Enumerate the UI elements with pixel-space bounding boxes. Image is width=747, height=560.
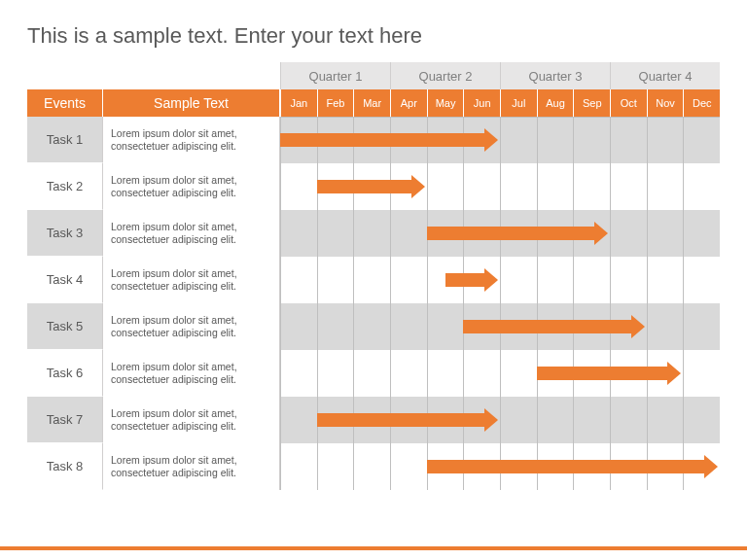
task-name: Task 5	[27, 303, 103, 350]
month-cell: Mar	[353, 89, 390, 117]
timeline-cell	[353, 257, 390, 303]
timeline-cell	[647, 397, 684, 443]
gantt-bar	[427, 460, 706, 473]
timeline-cell	[610, 257, 647, 303]
task-name: Task 2	[27, 163, 103, 210]
timeline-cell	[390, 257, 427, 303]
timeline-cell	[537, 163, 574, 210]
task-desc: Lorem ipsum dolor sit amet, consectetuer…	[103, 443, 280, 490]
quarter-cell: Quarter 2	[390, 62, 500, 89]
timeline-cell	[317, 350, 354, 397]
timeline-cell	[537, 117, 574, 163]
timeline-cell	[647, 117, 684, 163]
timeline-cell	[647, 163, 684, 210]
gantt-bar	[317, 413, 486, 427]
table-row: Task 3Lorem ipsum dolor sit amet, consec…	[27, 210, 720, 257]
table-row: Task 5Lorem ipsum dolor sit amet, consec…	[27, 303, 720, 350]
task-desc: Lorem ipsum dolor sit amet, consectetuer…	[103, 257, 280, 303]
timeline-cell	[463, 163, 500, 210]
table-row: Task 6Lorem ipsum dolor sit amet, consec…	[27, 350, 720, 397]
timeline-cell	[280, 443, 317, 490]
timeline-cell	[280, 210, 317, 257]
timeline-cell	[610, 117, 647, 163]
gantt-chart: Quarter 1Quarter 2Quarter 3Quarter 4 Eve…	[27, 62, 720, 490]
timeline-cell	[647, 303, 684, 350]
timeline-cell	[427, 163, 464, 210]
timeline-cell	[353, 350, 390, 397]
gantt-bar	[317, 180, 413, 193]
month-cell: Jun	[463, 89, 500, 117]
timeline-cell	[317, 303, 354, 350]
quarter-cells: Quarter 1Quarter 2Quarter 3Quarter 4	[280, 62, 720, 89]
timeline-cell	[610, 397, 647, 443]
table-row: Task 4Lorem ipsum dolor sit amet, consec…	[27, 257, 720, 303]
timeline-cell	[280, 257, 317, 303]
month-cell: Jan	[280, 89, 317, 117]
gantt-bar	[445, 273, 487, 287]
month-cell: Nov	[647, 89, 684, 117]
month-cell: Jul	[500, 89, 537, 117]
timeline-cell	[573, 163, 610, 210]
timeline-cell	[683, 397, 720, 443]
timeline-cell	[353, 210, 390, 257]
gantt-bar	[537, 367, 670, 380]
task-timeline	[280, 210, 720, 257]
task-desc: Lorem ipsum dolor sit amet, consectetuer…	[103, 350, 280, 397]
task-desc: Lorem ipsum dolor sit amet, consectetuer…	[103, 210, 280, 257]
timeline-cell	[610, 163, 647, 210]
footer-accent-bar	[0, 546, 747, 550]
timeline-cell	[647, 210, 684, 257]
task-name: Task 4	[27, 257, 103, 303]
timeline-cell	[647, 257, 684, 303]
quarter-cell: Quarter 3	[500, 62, 610, 89]
task-desc: Lorem ipsum dolor sit amet, consectetuer…	[103, 163, 280, 210]
timeline-cell	[317, 257, 354, 303]
timeline-cell	[573, 397, 610, 443]
task-desc: Lorem ipsum dolor sit amet, consectetuer…	[103, 397, 280, 443]
task-timeline	[280, 350, 720, 397]
task-timeline	[280, 257, 720, 303]
timeline-cell	[280, 163, 317, 210]
timeline-cell	[683, 210, 720, 257]
month-cell: Oct	[610, 89, 647, 117]
timeline-cell	[500, 163, 537, 210]
task-name: Task 3	[27, 210, 103, 257]
quarter-header-row: Quarter 1Quarter 2Quarter 3Quarter 4	[27, 62, 720, 89]
timeline-cell	[317, 210, 354, 257]
timeline-cell	[683, 350, 720, 397]
timeline-cell	[390, 443, 427, 490]
timeline-cell	[683, 117, 720, 163]
table-row: Task 7Lorem ipsum dolor sit amet, consec…	[27, 397, 720, 443]
timeline-cell	[390, 303, 427, 350]
timeline-cell	[683, 303, 720, 350]
gantt-bar	[463, 320, 632, 333]
timeline-cell	[280, 397, 317, 443]
task-timeline	[280, 303, 720, 350]
month-cells: JanFebMarAprMayJunJulAugSepOctNovDec	[280, 89, 720, 117]
task-name: Task 1	[27, 117, 103, 163]
table-row: Task 8Lorem ipsum dolor sit amet, consec…	[27, 443, 720, 490]
task-name: Task 7	[27, 397, 103, 443]
timeline-cell	[390, 210, 427, 257]
timeline-cell	[500, 350, 537, 397]
header-spacer	[27, 62, 280, 89]
timeline-cell	[353, 443, 390, 490]
table-row: Task 1Lorem ipsum dolor sit amet, consec…	[27, 117, 720, 163]
timeline-cell	[390, 350, 427, 397]
table-row: Task 2Lorem ipsum dolor sit amet, consec…	[27, 163, 720, 210]
task-timeline	[280, 397, 720, 443]
task-timeline	[280, 443, 720, 490]
month-cell: Feb	[317, 89, 354, 117]
month-header-row: Events Sample Text JanFebMarAprMayJunJul…	[27, 89, 720, 117]
timeline-cell	[573, 257, 610, 303]
timeline-cell	[280, 350, 317, 397]
task-desc: Lorem ipsum dolor sit amet, consectetuer…	[103, 303, 280, 350]
timeline-cell	[537, 397, 574, 443]
timeline-cell	[353, 303, 390, 350]
events-header: Events	[27, 89, 103, 117]
page-title: This is a sample text. Enter your text h…	[27, 23, 720, 49]
timeline-cell	[500, 117, 537, 163]
quarter-cell: Quarter 4	[610, 62, 720, 89]
task-name: Task 8	[27, 443, 103, 490]
timeline-cell	[573, 117, 610, 163]
